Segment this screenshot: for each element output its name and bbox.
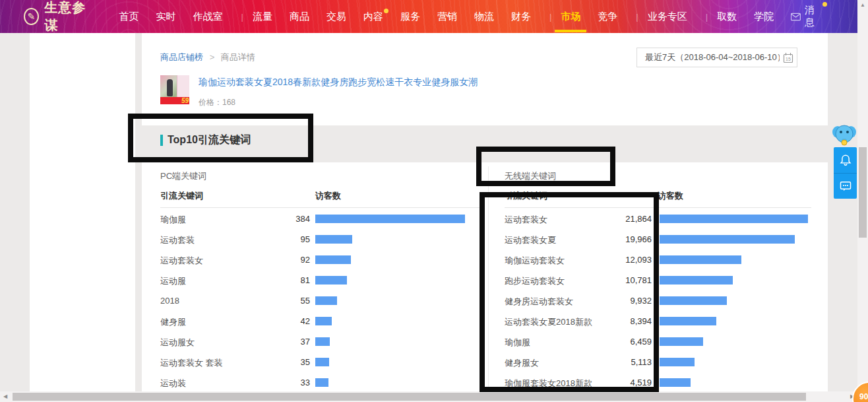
notifications-button[interactable] <box>834 147 857 173</box>
visitor-bar <box>315 337 330 346</box>
nav-item-market[interactable]: 市场 <box>561 11 580 23</box>
column-header-visitors: 访客数 <box>315 190 341 202</box>
product-price: 价格：168 <box>199 97 235 108</box>
notification-dot <box>384 9 388 13</box>
breadcrumb-parent[interactable]: 商品店铺榜 <box>160 52 203 62</box>
visitor-bar <box>315 276 347 285</box>
nav-item-service[interactable]: 服务 <box>400 11 420 23</box>
visitor-count: 384 <box>257 214 310 224</box>
keyword-cell: 运动服 <box>160 275 186 287</box>
nav-item-academy[interactable]: 学院 <box>754 11 774 23</box>
vertical-scrollbar[interactable]: ▲ ▼ <box>857 0 868 391</box>
notification-dot <box>822 2 827 7</box>
visitor-bar <box>660 235 795 244</box>
nav-group-divider: | <box>636 12 638 22</box>
nav-item-messages[interactable]: 消息 <box>791 4 822 29</box>
annotation-box-mobile-table <box>480 192 659 392</box>
visitor-count: 81 <box>257 275 310 285</box>
nav-item-marketing[interactable]: 营销 <box>437 11 457 23</box>
left-sidebar-panel <box>30 33 135 391</box>
floating-assistant-ball[interactable]: 90 <box>852 382 868 402</box>
table-row: 201855 <box>160 290 485 311</box>
nav-item-realtime[interactable]: 实时 <box>156 11 176 23</box>
visitor-bar <box>315 296 337 305</box>
product-photo-panel <box>177 75 189 98</box>
table-row: 运动服81 <box>160 270 485 290</box>
table-row: 运动装33 <box>160 372 485 393</box>
column-header-keyword: 引流关键词 <box>160 190 203 202</box>
visitor-bar <box>660 337 703 346</box>
assistant-badge-number: 90 <box>859 392 868 401</box>
scroll-left-arrow[interactable]: ◀ <box>0 391 11 402</box>
visitor-bar <box>315 255 351 264</box>
nav-item-content[interactable]: 内容 <box>363 11 383 23</box>
nav-item-trade[interactable]: 交易 <box>326 11 346 23</box>
visitor-count: 92 <box>257 255 310 265</box>
keyword-cell: 运动装 <box>160 378 186 389</box>
horizontal-scroll-thumb[interactable] <box>13 393 806 401</box>
product-header-card: 商品店铺榜 > 商品详情 59 瑜伽运动套装女夏2018春新款健身房跑步宽松速干… <box>142 33 828 125</box>
keyword-cell: 瑜伽服 <box>160 214 186 226</box>
visitor-bar <box>660 317 716 325</box>
chat-icon <box>840 181 852 192</box>
nav-item-traffic[interactable]: 流量 <box>253 11 272 23</box>
visitor-bar <box>315 215 465 223</box>
mascot-elephant[interactable] <box>830 123 859 151</box>
table-row: 运动服女37 <box>160 331 485 352</box>
table-row: 瑜伽服384 <box>160 209 485 229</box>
product-thumbnail[interactable]: 59 <box>160 75 189 104</box>
product-photo <box>167 79 173 96</box>
nav-menu: 首页实时作战室|流量商品交易内容服务营销物流财务|市场竞争|业务专区|取数学院 <box>119 11 791 23</box>
table-row: 运动套装女 套装35 <box>160 352 485 372</box>
messages-label: 消息 <box>805 4 822 29</box>
date-range-selector[interactable]: 最近7天（2018-06-04~2018-06-10） <box>636 48 794 67</box>
header-rule <box>160 207 480 208</box>
vertical-scroll-thumb[interactable] <box>859 147 867 238</box>
browser-viewport: ✎ 生意参谋 首页实时作战室|流量商品交易内容服务营销物流财务|市场竞争|业务专… <box>0 0 868 402</box>
nav-item-war-room[interactable]: 作战室 <box>193 11 223 23</box>
visitor-bar <box>315 378 328 387</box>
breadcrumb-separator: > <box>210 52 215 62</box>
visitor-bar <box>660 215 808 223</box>
nav-item-data-fetch[interactable]: 取数 <box>717 11 737 23</box>
nav-item-finance[interactable]: 财务 <box>511 11 531 23</box>
top-nav: ✎ 生意参谋 首页实时作战室|流量商品交易内容服务营销物流财务|市场竞争|业务专… <box>0 0 857 33</box>
keyword-cell: 运动套装 <box>160 234 195 246</box>
sycm-logo-icon: ✎ <box>24 8 39 25</box>
keyword-cell: 2018 <box>160 296 179 306</box>
keyword-cell: 运动套装女 套装 <box>160 357 223 369</box>
visitor-bar <box>315 317 332 325</box>
visitor-bar <box>315 235 352 244</box>
annotation-box-mobile-label <box>476 147 615 186</box>
calendar-icon: 15 <box>783 52 793 63</box>
scroll-up-arrow[interactable]: ▲ <box>857 0 868 10</box>
envelope-icon <box>791 13 801 21</box>
visitor-count: 55 <box>257 296 310 306</box>
nav-item-business-zone[interactable]: 业务专区 <box>648 11 687 23</box>
nav-group-divider: | <box>549 12 551 22</box>
product-title-link[interactable]: 瑜伽运动套装女夏2018春新款健身房跑步宽松速干衣专业健身服女潮 <box>199 77 478 88</box>
horizontal-scrollbar[interactable]: ◀ ▶ <box>0 391 857 402</box>
nav-item-logistics[interactable]: 物流 <box>474 11 494 23</box>
visitor-count: 95 <box>257 234 310 244</box>
visitor-bar <box>315 358 329 366</box>
table-row: 运动套装95 <box>160 229 485 250</box>
table-rows: 瑜伽服384运动套装95运动套装女92运动服81201855健身服42运动服女3… <box>160 209 485 393</box>
price-badge: 59 <box>181 97 189 104</box>
visitor-bar <box>660 296 727 305</box>
nav-item-home[interactable]: 首页 <box>119 11 139 23</box>
feedback-button[interactable] <box>834 173 857 199</box>
nav-item-goods[interactable]: 商品 <box>290 11 309 23</box>
keyword-cell: 运动套装女 <box>160 255 203 267</box>
annotation-box-section-title <box>128 114 313 162</box>
pc-keywords-label: PC端关键词 <box>160 170 206 182</box>
visitor-count: 33 <box>257 378 310 387</box>
visitor-bar <box>660 378 691 387</box>
svg-text:15: 15 <box>786 57 791 61</box>
calendar-button[interactable]: 15 <box>780 48 797 67</box>
nav-item-competition[interactable]: 竞争 <box>598 11 617 23</box>
bell-icon <box>840 154 852 166</box>
table-row: 运动套装女92 <box>160 250 485 270</box>
floating-toolbar <box>834 147 857 199</box>
brand[interactable]: ✎ 生意参谋 <box>24 0 93 34</box>
